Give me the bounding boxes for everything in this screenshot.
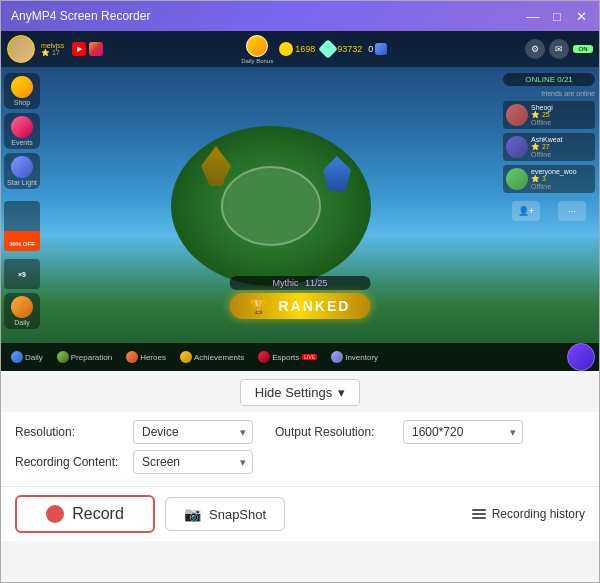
record-button[interactable]: Record xyxy=(15,495,155,533)
gold-icon xyxy=(279,42,293,56)
nav-prep-icon xyxy=(57,351,69,363)
game-right-sidebar: ONLINE 0/21 friends are online Sheogi ⭐ … xyxy=(499,67,599,343)
diamond-value: 93732 xyxy=(337,44,362,54)
events-icon xyxy=(11,116,33,138)
daily-item[interactable]: ×9 xyxy=(4,259,40,289)
daily-nav-icon-btn[interactable]: Daily xyxy=(4,293,40,329)
recording-history-button[interactable]: Recording history xyxy=(472,507,585,521)
friend-avatar-2 xyxy=(506,136,528,158)
discount-text: 30% OFF xyxy=(9,241,35,247)
tier-points: 11/25 xyxy=(305,278,328,288)
more-icon[interactable]: ··· xyxy=(558,201,586,221)
friend-stars-2: ⭐ 27 xyxy=(531,143,592,151)
hud-center: Daily Bonus 1698 93732 0 xyxy=(107,35,521,64)
titlebar: AnyMP4 Screen Recorder — □ ✕ xyxy=(1,1,599,31)
zero-display: 0 xyxy=(368,43,387,55)
online-indicator: ON xyxy=(573,45,593,53)
nav-achieve-icon xyxy=(180,351,192,363)
nav-daily[interactable]: Daily xyxy=(5,351,49,363)
game-bottom-nav: Daily Preparation Heroes Achievements Es… xyxy=(1,343,599,371)
hamburger-line-1 xyxy=(472,509,486,511)
ranked-label[interactable]: 🏆 RANKED xyxy=(230,293,371,319)
friend-status-3: Offline xyxy=(531,183,592,190)
friend-name-1: Sheogi xyxy=(531,104,592,111)
bonus-icon xyxy=(246,35,268,57)
nav-daily-label: Daily xyxy=(25,353,43,362)
resolution-label: Resolution: xyxy=(15,425,125,439)
x9-item: ×9 xyxy=(4,259,40,289)
nav-achieve-label: Achievements xyxy=(194,353,244,362)
live-badge: LIVE xyxy=(302,354,317,360)
camera-icon: 📷 xyxy=(184,506,201,522)
hamburger-line-3 xyxy=(472,517,486,519)
friend-item-1[interactable]: Sheogi ⭐ 25 Offline xyxy=(503,101,595,129)
minimize-button[interactable]: — xyxy=(525,10,541,23)
nav-prep-label: Preparation xyxy=(71,353,112,362)
resolution-row: Resolution: Device Custom Output Resolut… xyxy=(15,420,585,444)
tier-label: Mythic xyxy=(272,278,298,288)
player-level: ⭐ 17 xyxy=(41,49,64,57)
friend-name-2: AshKweat xyxy=(531,136,592,143)
starlight-label: Star Light xyxy=(7,179,37,186)
map-character-2 xyxy=(323,156,351,191)
online-badge: ONLINE 0/21 xyxy=(503,73,595,86)
nav-inventory-icon xyxy=(331,351,343,363)
ranked-badge: Mythic 11/25 🏆 RANKED xyxy=(230,276,371,319)
recording-content-select[interactable]: Screen Window xyxy=(133,450,253,474)
game-left-sidebar: Shop Events Star Light 30% OFF xyxy=(1,67,43,343)
nav-esports[interactable]: Esports LIVE xyxy=(252,351,323,363)
output-resolution-select-wrapper: 1600*720 1920*1080 xyxy=(403,420,523,444)
nav-inventory-label: Inventory xyxy=(345,353,378,362)
nav-inventory[interactable]: Inventory xyxy=(325,351,384,363)
friend-info-1: Sheogi ⭐ 25 Offline xyxy=(531,104,592,126)
nav-preparation[interactable]: Preparation xyxy=(51,351,118,363)
diamond-icon xyxy=(318,39,338,59)
maximize-button[interactable]: □ xyxy=(549,10,565,23)
gold-display: 1698 xyxy=(279,42,315,56)
diamond-display: 93732 xyxy=(321,42,362,56)
hide-settings-row: Hide Settings ▾ xyxy=(1,371,599,412)
preview-area: melvjss ⭐ 17 ▶ Daily Bonus xyxy=(1,31,599,371)
bonus-label: Daily Bonus xyxy=(241,58,273,64)
add-friend-icon[interactable]: 👤+ xyxy=(512,201,540,221)
discount-badge: 30% OFF xyxy=(4,231,40,251)
nav-achievements[interactable]: Achievements xyxy=(174,351,250,363)
map-character-1 xyxy=(201,146,231,186)
resolution-select-wrapper: Device Custom xyxy=(133,420,253,444)
youtube-icon: ▶ xyxy=(72,42,86,56)
x9-text: ×9 xyxy=(18,271,26,278)
nav-heroes-label: Heroes xyxy=(140,353,166,362)
add-friend-plus: 👤+ xyxy=(518,206,534,216)
notification-icon[interactable]: ✉ xyxy=(549,39,569,59)
events-icon-btn[interactable]: Events xyxy=(4,113,40,149)
friend-info-2: AshKweat ⭐ 27 Offline xyxy=(531,136,592,158)
resolution-select[interactable]: Device Custom xyxy=(133,420,253,444)
nav-heroes[interactable]: Heroes xyxy=(120,351,172,363)
settings-icon[interactable]: ⚙ xyxy=(525,39,545,59)
nav-right-character xyxy=(567,343,595,371)
friend-item-2[interactable]: AshKweat ⭐ 27 Offline xyxy=(503,133,595,161)
snapshot-label: SnapShot xyxy=(209,507,266,522)
hamburger-line-2 xyxy=(472,513,486,515)
friend-stars-3: ⭐ 3 xyxy=(531,175,592,183)
hide-settings-label: Hide Settings xyxy=(255,385,332,400)
game-background: melvjss ⭐ 17 ▶ Daily Bonus xyxy=(1,31,599,371)
recording-history-label: Recording history xyxy=(492,507,585,521)
action-bar: Record 📷 SnapShot Recording history xyxy=(1,486,599,541)
friend-item-3[interactable]: everyone_woo ⭐ 3 Offline xyxy=(503,165,595,193)
gold-value: 1698 xyxy=(295,44,315,54)
daily-bonus: Daily Bonus xyxy=(241,35,273,64)
shop-icon-btn[interactable]: Shop xyxy=(4,73,40,109)
friend-avatar-1 xyxy=(506,104,528,126)
nav-esports-label: Esports xyxy=(272,353,299,362)
instagram-icon xyxy=(89,42,103,56)
output-resolution-select[interactable]: 1600*720 1920*1080 xyxy=(403,420,523,444)
discount-item[interactable]: 30% OFF xyxy=(4,201,40,251)
nav-esports-icon xyxy=(258,351,270,363)
close-button[interactable]: ✕ xyxy=(573,10,589,23)
snapshot-button[interactable]: 📷 SnapShot xyxy=(165,497,285,531)
hide-settings-button[interactable]: Hide Settings ▾ xyxy=(240,379,360,406)
starlight-icon-btn[interactable]: Star Light xyxy=(4,153,40,189)
starlight-icon xyxy=(11,156,33,178)
recording-content-select-wrapper: Screen Window xyxy=(133,450,253,474)
